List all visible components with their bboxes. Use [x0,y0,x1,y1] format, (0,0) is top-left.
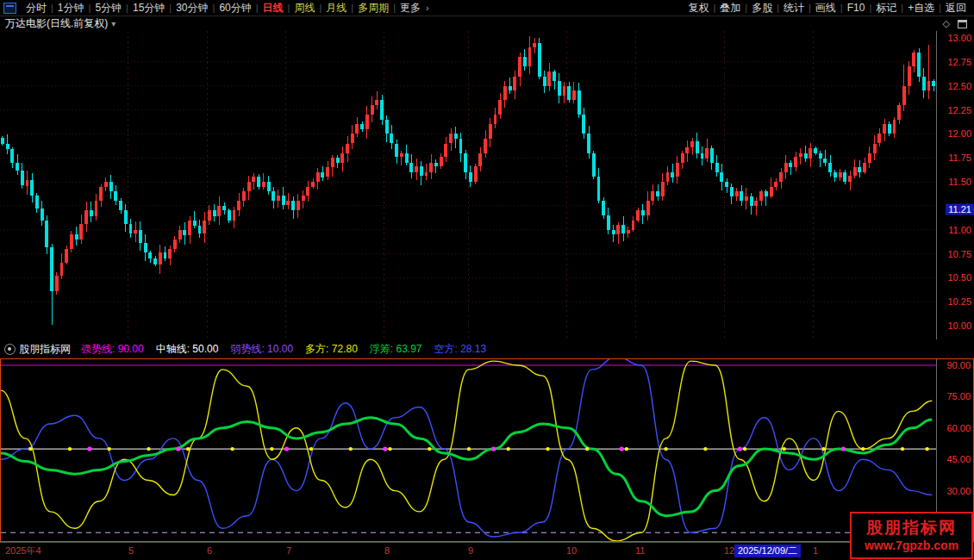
price-axis-label: 12.25 [947,105,971,115]
tab-5min[interactable]: 5分钟 [91,1,126,16]
crosshair-date-tag: 2025/12/09/二 [734,544,801,557]
price-axis-label: 11.00 [948,225,971,234]
indicator-source[interactable]: 股朋指标网 [19,342,71,357]
chart-titlebar: 万达电影(日线.前复权) ▾ ◇ [0,16,974,31]
tab-60min[interactable]: 60分钟 [215,1,255,16]
date-axis-label: 7 [286,546,291,556]
price-axis-label: 12.00 [947,129,971,139]
action-menu: 复权|叠加|多股|统计|画线|F10|标记|+自选|返回 [684,1,974,16]
watermark: 股朋指标网 www.7gpzb.com [850,512,973,559]
stock-title[interactable]: 万达电影(日线.前复权) [5,16,108,31]
indicator-param-3: 多方: 72.80 [305,342,358,357]
titlebar-corner-icons: ◇ [943,16,967,31]
tdx-app-window: 分时|1分钟|5分钟|15分钟|30分钟|60分钟|日线|周线|月线|多周期|更… [0,0,974,560]
indicator-param-0: 强势线: 90.00 [81,342,144,357]
price-axis-label: 10.50 [947,273,971,283]
chevron-right-icon: › [426,3,429,13]
indicator-axis-label: 90.00 [946,361,971,370]
price-axis-label: 12.50 [947,81,971,90]
date-axis-label: 5 [128,546,134,556]
date-axis-label: 8 [384,546,390,556]
indicator-param-4: 浮筹: 63.97 [370,342,422,357]
chevron-down-icon[interactable]: ▾ [111,19,116,28]
date-axis-label: 9 [468,546,473,556]
date-axis-label: 11 [635,546,645,556]
indicator-panel: 90.0075.0060.0045.0030.0015.00 [0,358,974,542]
candles [0,31,936,339]
main-chart-region: 13.0012.7512.5012.2512.0011.7511.5011.00… [0,31,974,339]
tab-1min[interactable]: 1分钟 [53,1,89,16]
button-mark[interactable]: 标记 [871,1,901,16]
price-axis: 13.0012.7512.5012.2512.0011.7511.5011.00… [937,31,974,339]
date-axis-label: 6 [207,546,212,556]
button-overlay[interactable]: 叠加 [715,1,745,16]
price-axis-label: 12.75 [947,57,971,66]
indicator-axis-label: 30.00 [946,486,971,495]
price-axis-label: 10.75 [947,249,971,258]
date-axis: 2025年45678910111212025/12/09/二 [0,542,974,560]
button-f10[interactable]: F10 [843,2,870,14]
tab-monthly[interactable]: 月线 [322,1,351,16]
button-statistics[interactable]: 统计 [779,1,809,16]
period-toolbar: 分时|1分钟|5分钟|15分钟|30分钟|60分钟|日线|周线|月线|多周期|更… [0,0,974,16]
indicator-param-1: 中轴线: 50.00 [156,342,219,357]
date-axis-label: 1 [813,546,818,556]
price-axis-label: 10.00 [947,321,971,331]
tab-fenshi[interactable]: 分时 [22,1,51,16]
gupeng-logo-icon [4,344,16,355]
diamond-icon[interactable]: ◇ [943,18,950,29]
indicator-chart[interactable] [1,359,937,541]
indicator-axis-label: 60.00 [946,423,971,432]
tab-multi-period[interactable]: 多周期 [353,1,393,16]
button-multi-stock[interactable]: 多股 [747,1,777,16]
candlestick-chart[interactable] [0,31,936,339]
price-axis-label: 10.25 [947,297,971,307]
date-axis-label: 2025年4 [5,546,41,556]
button-fuquan[interactable]: 复权 [684,1,713,16]
button-draw-line[interactable]: 画线 [811,1,840,16]
tab-weekly[interactable]: 周线 [290,1,319,16]
tab-more[interactable]: 更多 [396,1,425,16]
tab-30min[interactable]: 30分钟 [172,1,212,16]
window-icon[interactable] [958,20,967,28]
button-add-watchlist[interactable]: +自选 [903,1,939,16]
watermark-url: www.7gpzb.com [865,538,958,553]
tab-15min[interactable]: 15分钟 [128,1,169,16]
date-axis-label: 10 [566,546,577,556]
price-axis-label: 11.75 [948,153,971,163]
indicator-axis-label: 75.00 [946,392,971,401]
price-axis-label: 13.00 [947,34,971,43]
indicator-axis-label: 45.00 [946,455,971,464]
crosshair-price-tag: 11.21 [946,204,974,215]
period-menu: 分时|1分钟|5分钟|15分钟|30分钟|60分钟|日线|周线|月线|多周期|更… [0,1,429,16]
tab-daily[interactable]: 日线 [259,1,288,16]
button-back[interactable]: 返回 [941,1,971,16]
date-axis-label: 12 [724,546,734,556]
indicator-param-2: 弱势线: 10.00 [230,342,293,357]
indicator-header: 股朋指标网 强势线: 90.00中轴线: 50.00弱势线: 10.00多方: … [0,339,974,358]
app-window-icon[interactable] [3,3,16,14]
price-axis-label: 11.50 [948,177,971,187]
watermark-title: 股朋指标网 [866,519,957,538]
indicator-lines [1,359,937,541]
indicator-param-5: 空方: 28.13 [434,342,487,357]
